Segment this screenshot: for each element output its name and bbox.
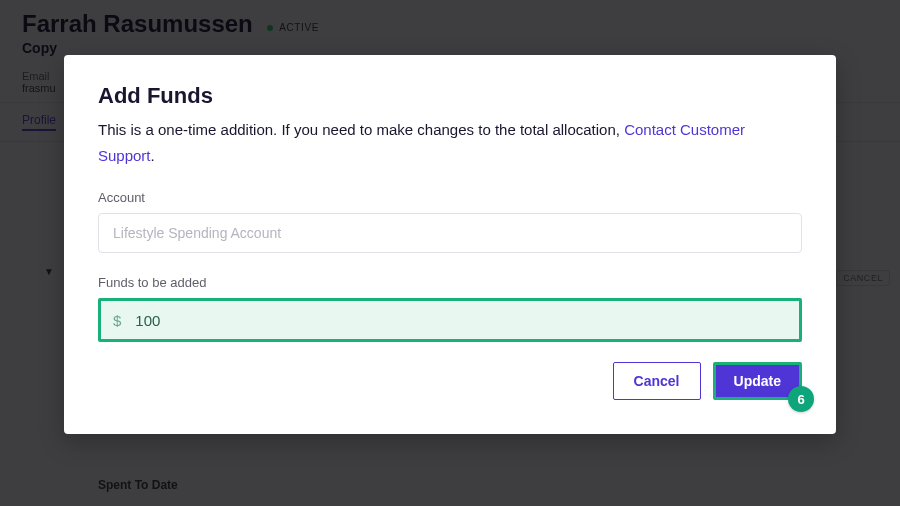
step-badge: 6 bbox=[788, 386, 814, 412]
add-funds-modal: Add Funds This is a one-time addition. I… bbox=[64, 55, 836, 434]
modal-desc-suffix: . bbox=[151, 147, 155, 164]
account-label: Account bbox=[98, 190, 802, 205]
modal-actions: Cancel Update 6 bbox=[98, 362, 802, 400]
funds-input[interactable] bbox=[135, 312, 787, 329]
modal-desc-prefix: This is a one-time addition. If you need… bbox=[98, 121, 624, 138]
currency-symbol: $ bbox=[113, 312, 121, 329]
account-value: Lifestyle Spending Account bbox=[113, 225, 281, 241]
modal-title: Add Funds bbox=[98, 83, 802, 109]
funds-field[interactable]: $ bbox=[98, 298, 802, 342]
account-field[interactable]: Lifestyle Spending Account bbox=[98, 213, 802, 253]
funds-label: Funds to be added bbox=[98, 275, 802, 290]
modal-description: This is a one-time addition. If you need… bbox=[98, 117, 802, 168]
account-group: Account Lifestyle Spending Account bbox=[98, 190, 802, 253]
cancel-button[interactable]: Cancel bbox=[613, 362, 701, 400]
funds-group: Funds to be added $ bbox=[98, 275, 802, 342]
